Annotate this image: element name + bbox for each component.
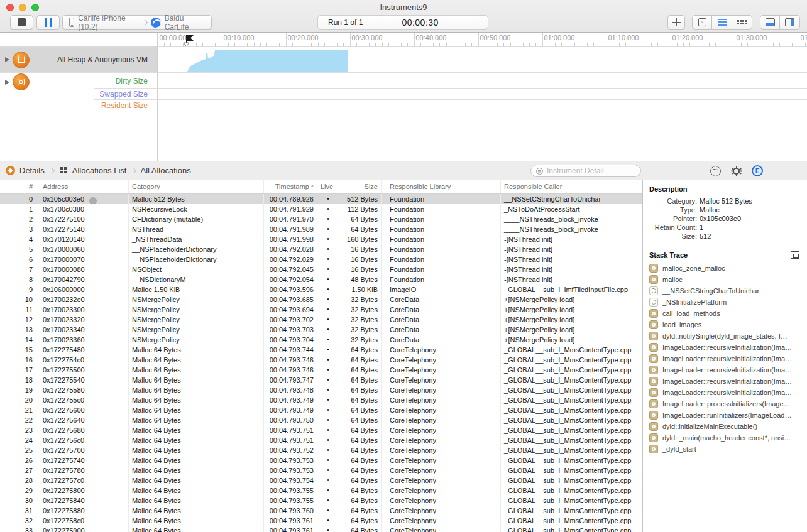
device-target-selector[interactable]: Carlife iPhone (10.2) Baidu CarLife <box>62 15 212 30</box>
breadcrumb-all-allocations[interactable]: All Allocations <box>140 166 190 175</box>
stack-frame[interactable]: __NSSetCStringCharToUnichar <box>643 285 807 296</box>
table-row[interactable]: 280x1722757c0Malloc 64 Bytes00:04.793.75… <box>0 475 642 486</box>
inspection-head-flag-icon[interactable] <box>180 35 194 47</box>
stack-frame[interactable]: _NSInitializePlatform <box>643 296 807 308</box>
focus-arrow-icon[interactable] <box>89 197 97 204</box>
stack-frame[interactable]: malloc <box>643 274 807 285</box>
category-cell: __NSPlaceholderDictionary <box>129 254 264 264</box>
table-row[interactable]: 10x1700c0380NSRecursiveLock00:04.791.929… <box>0 204 642 214</box>
row-index: 18 <box>0 375 36 385</box>
add-instrument-button[interactable] <box>667 15 685 30</box>
stack-frame[interactable]: call_load_methods <box>643 308 807 319</box>
disclosure-triangle-icon[interactable] <box>5 80 9 85</box>
stop-recording-button[interactable] <box>10 15 33 30</box>
table-row[interactable]: 100x1700232e0NSMergePolicy00:04.793.685•… <box>0 295 642 305</box>
system-frame-icon <box>649 332 658 340</box>
table-row[interactable]: 150x172275480Malloc 64 Bytes00:04.793.74… <box>0 345 642 355</box>
table-row[interactable]: 180x172275540Malloc 64 Bytes00:04.793.74… <box>0 375 642 385</box>
table-row[interactable]: 120x170023320NSMergePolicy00:04.793.702•… <box>0 315 642 325</box>
playhead-line[interactable] <box>187 35 187 161</box>
list-view-button[interactable] <box>712 15 732 30</box>
track-separator <box>0 72 807 73</box>
table-row[interactable]: 80x170042790__NSDictionaryM00:04.792.054… <box>0 274 642 285</box>
activity-icon[interactable] <box>710 166 721 176</box>
column-header-size[interactable]: Size <box>339 180 382 193</box>
table-row[interactable]: 330x172275900Malloc 64 Bytes00:04.793.76… <box>0 526 642 532</box>
field-key: Category: <box>643 197 697 205</box>
table-row[interactable]: 220x172275640Malloc 64 Bytes00:04.793.75… <box>0 415 642 425</box>
table-row[interactable]: 40x170120140_NSThreadData00:04.791.998•1… <box>0 234 642 244</box>
stack-frame[interactable]: ImageLoader::recursiveInitialization(Ima… <box>643 387 807 398</box>
table-row[interactable]: 00x105c003e0Malloc 512 Bytes00:04.789.92… <box>0 194 642 204</box>
stack-frame[interactable]: malloc_zone_malloc <box>643 263 807 274</box>
table-row[interactable]: 70x170000080NSObject00:04.792.045•16 Byt… <box>0 264 642 274</box>
table-row[interactable]: 50x170000060__NSPlaceholderDictionary00:… <box>0 244 642 254</box>
table-row[interactable]: 270x172275780Malloc 64 Bytes00:04.793.75… <box>0 465 642 475</box>
table-row[interactable]: 170x172275500Malloc 64 Bytes00:04.793.74… <box>0 365 642 375</box>
table-row[interactable]: 140x170023360NSMergePolicy00:04.793.704•… <box>0 335 642 345</box>
table-row[interactable]: 60x170000070__NSPlaceholderDictionary00:… <box>0 254 642 264</box>
table-row[interactable]: 20x172275100CFDictionary (mutable)00:04.… <box>0 214 642 224</box>
allocations-graph[interactable] <box>157 47 807 72</box>
table-row[interactable]: 90x106000000Malloc 1.50 KiB00:04.793.596… <box>0 285 642 295</box>
stack-frame[interactable]: ImageLoader::processInitializers(Image… <box>643 398 807 410</box>
stack-frame[interactable]: _dyld_start <box>643 443 807 455</box>
search-input[interactable] <box>547 166 629 175</box>
table-row[interactable]: 290x172275800Malloc 64 Bytes00:04.793.75… <box>0 486 642 496</box>
track-allocations[interactable]: All Heap & Anonymous VM <box>0 47 157 72</box>
record-settings-button[interactable] <box>692 15 712 30</box>
extended-detail-icon[interactable]: E <box>752 165 763 176</box>
table-row[interactable]: 250x172275700Malloc 64 Bytes00:04.793.75… <box>0 445 642 455</box>
responsible-library-cell: Foundation <box>382 194 501 204</box>
stack-trace-list: malloc_zone_mallocmalloc__NSSetCStringCh… <box>643 263 807 455</box>
responsible-caller-cell: _GLOBAL__sub_I_MmsContentType.cpp <box>501 375 642 385</box>
table-row[interactable]: 320x1722758c0Malloc 64 Bytes00:04.793.76… <box>0 516 642 526</box>
timeline-ruler[interactable]: 00:00.00000:10.00000:20.00000:30.00000:4… <box>0 33 807 47</box>
table-row[interactable]: 310x172275880Malloc 64 Bytes00:04.793.76… <box>0 506 642 516</box>
table-row[interactable]: 30x172275140NSThread00:04.791.989•64 Byt… <box>0 224 642 234</box>
stack-frame[interactable]: ImageLoader::recursiveInitialization(Ima… <box>643 342 807 353</box>
table-row[interactable]: 130x170023340NSMergePolicy00:04.793.703•… <box>0 325 642 335</box>
column-header-live[interactable]: Live <box>317 180 339 193</box>
table-row[interactable]: 160x1722754c0Malloc 64 Bytes00:04.793.74… <box>0 355 642 365</box>
stack-frame[interactable]: dyld::notifySingle(dyld_image_states, I… <box>643 330 807 342</box>
instrument-detail-search[interactable] <box>530 165 641 177</box>
breadcrumb-allocations-list[interactable]: Allocations List <box>72 166 127 175</box>
stack-frame[interactable]: ImageLoader::recursiveInitialization(Ima… <box>643 364 807 376</box>
breadcrumb-details[interactable]: Details <box>19 166 45 175</box>
pause-button[interactable] <box>36 15 60 30</box>
column-header--[interactable]: # <box>0 180 36 193</box>
stack-frame[interactable]: ImageLoader::recursiveInitialization(Ima… <box>643 353 807 364</box>
stack-frame[interactable]: ImageLoader::runInitializers(ImageLoad… <box>643 410 807 421</box>
stack-compress-icon[interactable] <box>791 251 799 259</box>
table-row[interactable]: 240x1722756c0Malloc 64 Bytes00:04.793.75… <box>0 435 642 445</box>
ruler-minor-tick <box>420 43 421 46</box>
filter-icon <box>536 168 543 175</box>
instruments-view-button[interactable] <box>732 15 752 30</box>
live-cell: • <box>317 365 339 375</box>
column-header-timestamp[interactable]: Timestamp^ <box>264 180 317 193</box>
stack-frame[interactable]: dyld::initializeMainExecutable() <box>643 421 807 432</box>
gear-icon[interactable] <box>731 166 742 176</box>
table-row[interactable]: 210x172275600Malloc 64 Bytes00:04.793.74… <box>0 405 642 415</box>
table-row[interactable]: 260x172275740Malloc 64 Bytes00:04.793.75… <box>0 455 642 465</box>
stack-frame[interactable]: dyld::_main(macho_header const*, unsi… <box>643 432 807 443</box>
disclosure-triangle-icon[interactable] <box>5 57 9 62</box>
stack-frame-label: dyld::notifySingle(dyld_image_states, I… <box>662 332 788 340</box>
row-index: 16 <box>0 355 36 365</box>
column-header-responsible-library[interactable]: Responsible Library <box>382 180 501 193</box>
table-row[interactable]: 110x170023300NSMergePolicy00:04.793.694•… <box>0 305 642 315</box>
table-row[interactable]: 190x172275580Malloc 64 Bytes00:04.793.74… <box>0 385 642 395</box>
column-header-responsible-caller[interactable]: Responsible Caller <box>501 180 642 193</box>
stack-frame[interactable]: ImageLoader::recursiveInitialization(Ima… <box>643 376 807 387</box>
table-row[interactable]: 230x172275680Malloc 64 Bytes00:04.793.75… <box>0 425 642 435</box>
table-row[interactable]: 300x172275840Malloc 64 Bytes00:04.793.75… <box>0 496 642 506</box>
responsible-library-cell: CoreData <box>382 335 501 345</box>
toggle-inspector-pane-button[interactable] <box>780 15 800 30</box>
stack-frame[interactable]: load_images <box>643 319 807 330</box>
live-cell: • <box>317 244 339 254</box>
column-header-address[interactable]: Address <box>36 180 129 193</box>
toggle-detail-pane-button[interactable] <box>760 15 780 30</box>
column-header-category[interactable]: Category <box>129 180 264 193</box>
table-row[interactable]: 200x1722755c0Malloc 64 Bytes00:04.793.74… <box>0 395 642 405</box>
